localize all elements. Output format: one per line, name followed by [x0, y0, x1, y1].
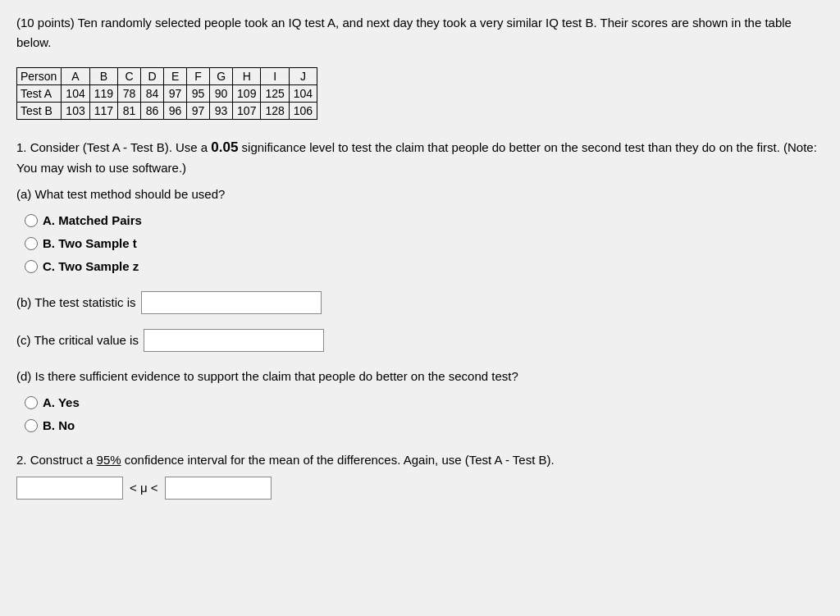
radio-item-two-sample-z[interactable]: C. Two Sample z — [25, 257, 824, 276]
test-statistic-input[interactable] — [141, 291, 322, 314]
radio-circle-two-sample-t[interactable] — [25, 237, 38, 250]
cell-a7: 90 — [210, 85, 233, 103]
q1-part-b: (b) The test statistic is — [16, 291, 824, 314]
q1-part-a: (a) What test method should be used? A. … — [16, 185, 824, 276]
q1d-options: A. Yes B. No — [25, 393, 824, 436]
table-header-i: I — [261, 68, 289, 85]
critical-value-input[interactable] — [144, 329, 324, 352]
radio-label-yes: A. Yes — [43, 393, 80, 413]
q1b-label: (b) The test statistic is — [16, 293, 136, 313]
question-2: 2. Construct a 95% confidence interval f… — [16, 450, 824, 500]
question-1: 1. Consider (Test A - Test B). Use a 0.0… — [16, 136, 824, 436]
radio-item-two-sample-t[interactable]: B. Two Sample t — [25, 234, 824, 253]
cell-b9: 128 — [261, 103, 289, 120]
cell-b6: 97 — [187, 103, 210, 120]
cell-a3: 78 — [118, 85, 141, 103]
q1a-label: (a) What test method should be used? — [16, 185, 824, 204]
ci-lower-input[interactable] — [16, 477, 123, 500]
q2-label: 2. Construct a 95% confidence interval f… — [16, 450, 824, 470]
table-header-c: C — [118, 68, 141, 85]
mu-symbol: < μ < — [130, 478, 158, 498]
table-header-g: G — [210, 68, 233, 85]
cell-b3: 81 — [118, 103, 141, 120]
q1c-label: (c) The critical value is — [16, 331, 139, 350]
cell-b7: 93 — [210, 103, 233, 120]
table-header-a: A — [62, 68, 89, 85]
table-header-f: F — [187, 68, 210, 85]
cell-b10: 106 — [289, 103, 317, 120]
radio-label-two-sample-t: B. Two Sample t — [43, 234, 137, 253]
table-header-person: Person — [17, 68, 62, 85]
radio-label-no: B. No — [43, 416, 75, 436]
cell-a9: 125 — [261, 85, 289, 103]
radio-circle-no[interactable] — [25, 419, 38, 432]
q1-part-c: (c) The critical value is — [16, 329, 824, 352]
cell-b1: 103 — [62, 103, 89, 120]
cell-a2: 119 — [89, 85, 117, 103]
intro-text: (10 points) Ten randomly selected people… — [16, 13, 824, 52]
ci-row: < μ < — [16, 477, 824, 500]
cell-a1: 104 — [62, 85, 89, 103]
table-header-h: H — [233, 68, 261, 85]
cell-b5: 96 — [164, 103, 187, 120]
radio-label-two-sample-z: C. Two Sample z — [43, 257, 139, 276]
cell-a6: 95 — [187, 85, 210, 103]
q1a-options: A. Matched Pairs B. Two Sample t C. Two … — [25, 211, 824, 276]
cell-a4: 84 — [141, 85, 164, 103]
cell-b8: 107 — [233, 103, 261, 120]
q2-percent: 95% — [97, 453, 121, 467]
radio-item-matched-pairs[interactable]: A. Matched Pairs — [25, 211, 824, 230]
cell-b2: 117 — [89, 103, 117, 120]
table-header-d: D — [141, 68, 164, 85]
radio-item-no[interactable]: B. No — [25, 416, 824, 436]
ci-upper-input[interactable] — [165, 477, 272, 500]
radio-circle-yes[interactable] — [25, 396, 38, 409]
data-table: Person A B C D E F G H I J Test A 104 11… — [16, 67, 317, 120]
table-row-testa: Test A 104 119 78 84 97 95 90 109 125 10… — [17, 85, 317, 103]
radio-item-yes[interactable]: A. Yes — [25, 393, 824, 413]
table-row-testb: Test B 103 117 81 86 96 97 93 107 128 10… — [17, 103, 317, 120]
table-header-b: B — [89, 68, 117, 85]
row-label-testa: Test A — [17, 85, 62, 103]
radio-circle-two-sample-z[interactable] — [25, 260, 38, 273]
significance-value: 0.05 — [211, 139, 238, 155]
row-label-testb: Test B — [17, 103, 62, 120]
cell-a8: 109 — [233, 85, 261, 103]
q1d-label: (d) Is there sufficient evidence to supp… — [16, 367, 824, 386]
cell-a5: 97 — [164, 85, 187, 103]
table-header-e: E — [164, 68, 187, 85]
q1-label: 1. Consider (Test A - Test B). Use a 0.0… — [16, 136, 824, 178]
cell-a10: 104 — [289, 85, 317, 103]
radio-circle-matched-pairs[interactable] — [25, 214, 38, 227]
table-header-j: J — [289, 68, 317, 85]
q1-part-d: (d) Is there sufficient evidence to supp… — [16, 367, 824, 436]
cell-b4: 86 — [141, 103, 164, 120]
radio-label-matched-pairs: A. Matched Pairs — [43, 211, 142, 230]
